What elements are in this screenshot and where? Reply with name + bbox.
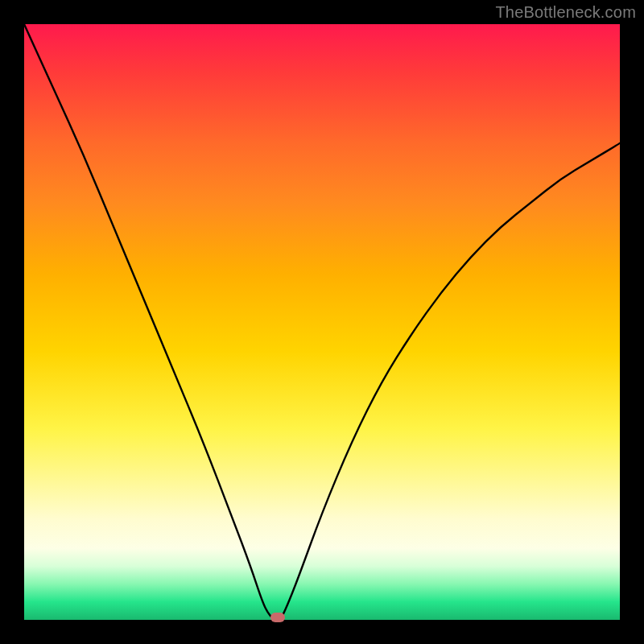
- bottleneck-curve: [24, 24, 620, 620]
- chart-frame: TheBottleneck.com: [0, 0, 644, 644]
- plot-area: [24, 24, 620, 620]
- minimum-marker: [270, 613, 285, 622]
- watermark-text: TheBottleneck.com: [495, 3, 636, 22]
